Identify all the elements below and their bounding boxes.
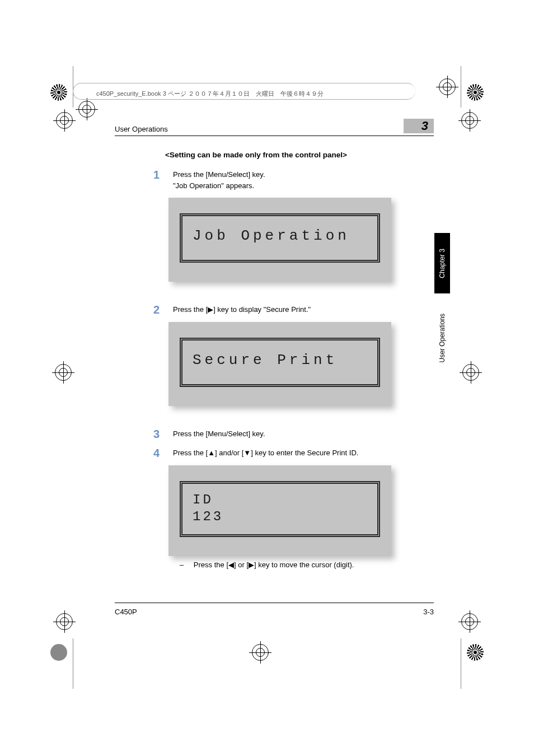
lcd-text-line2: 123: [193, 508, 367, 525]
registration-corner-top-left: [50, 84, 67, 101]
sub-bullet: – Press the [◀] or [▶] key to move the c…: [180, 561, 434, 569]
file-tag: c450P_security_E.book 3 ページ ２００７年４月１０日 火…: [96, 90, 324, 98]
lcd-text-line1: ID: [193, 492, 367, 508]
page-header: User Operations 3: [115, 119, 434, 136]
subheading: <Setting can be made only from the contr…: [165, 151, 434, 159]
step-number: 3: [148, 428, 160, 440]
registration-mark-bottom-right: [461, 613, 478, 630]
side-tab-chapter: Chapter 3: [434, 233, 450, 293]
frame-line: [461, 638, 461, 689]
step-body: Press the [▲] and/or [▼] key to enter th…: [173, 447, 434, 459]
step-text: Press the [Menu/Select] key.: [173, 169, 434, 180]
step-body: Press the [Menu/Select] key. "Job Operat…: [173, 169, 434, 191]
chapter-badge: 3: [404, 119, 434, 133]
step-number: 4: [148, 447, 160, 459]
bullet-dash: –: [180, 561, 184, 569]
lcd-screen-2: Secure Print: [168, 322, 391, 406]
side-tab-userops-label: User Operations: [438, 314, 446, 362]
lcd-text: Secure Print: [193, 352, 367, 368]
registration-mark-top-right-inner: [439, 78, 456, 95]
registration-mark-top-right: [461, 112, 478, 129]
step-1: 1 Press the [Menu/Select] key. "Job Oper…: [148, 169, 434, 191]
registration-mark-bottom-left: [56, 613, 73, 630]
step-2: 2 Press the [▶] key to display "Secure P…: [148, 304, 434, 315]
step-number: 2: [148, 304, 160, 315]
frame-line: [73, 638, 73, 689]
frame-line: [461, 66, 461, 108]
lcd-screen-3: ID 123: [168, 465, 391, 556]
lcd-text: Job Operation: [193, 227, 367, 244]
section-title: User Operations: [115, 125, 404, 133]
registration-mark-bottom-center: [252, 644, 269, 661]
footer-model: C450P: [115, 608, 137, 616]
lcd-screen-1: Job Operation: [168, 198, 391, 282]
step-3: 3 Press the [Menu/Select] key.: [148, 428, 434, 440]
step-body: Press the [▶] key to display "Secure Pri…: [173, 304, 434, 315]
side-tab-chapter-label: Chapter 3: [438, 249, 446, 278]
step-body: Press the [Menu/Select] key.: [173, 428, 434, 440]
registration-mark-top-left-inner: [78, 101, 95, 118]
registration-corner-bottom-left: [50, 644, 67, 661]
sub-bullet-text: Press the [◀] or [▶] key to move the cur…: [194, 561, 354, 569]
page-footer: C450P 3-3: [115, 603, 434, 616]
registration-corner-bottom-right: [467, 644, 484, 661]
page-content: User Operations 3 <Setting can be made o…: [115, 119, 434, 580]
registration-mark-mid-left: [55, 364, 72, 381]
registration-mark-mid-right: [462, 364, 479, 381]
step-text: "Job Operation" appears.: [173, 180, 434, 192]
step-text: Press the [▲] and/or [▼] key to enter th…: [173, 447, 434, 459]
step-number: 1: [148, 169, 160, 191]
registration-corner-top-right: [467, 84, 484, 101]
step-4: 4 Press the [▲] and/or [▼] key to enter …: [148, 447, 434, 459]
footer-page-number: 3-3: [423, 608, 434, 616]
step-text: Press the [▶] key to display "Secure Pri…: [173, 304, 434, 315]
step-text: Press the [Menu/Select] key.: [173, 428, 434, 440]
side-tab-userops: User Operations: [434, 297, 450, 380]
registration-mark-top-left: [56, 112, 73, 129]
